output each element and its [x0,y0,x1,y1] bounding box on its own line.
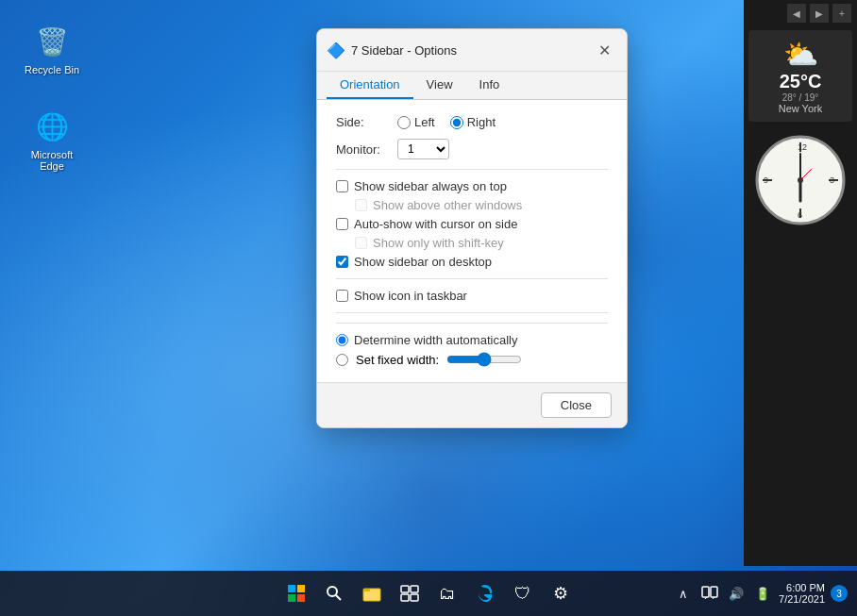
always-on-top-row: Show sidebar always on top [336,179,608,193]
tab-view[interactable]: View [413,72,466,99]
fixed-width-radio[interactable] [336,354,348,366]
options-dialog: 🔷 7 Sidebar - Options ✕ Orientation View… [316,28,628,428]
battery-icon[interactable]: 🔋 [752,583,773,604]
weather-range: 28° / 19° [782,92,819,103]
dialog-content: Side: Left Right Monitor: 1 2 [317,100,627,382]
taskbar-right: ∧ 🔊 🔋 6:00 PM 7/21/2021 3 [673,582,848,605]
sidebar-next-btn[interactable]: ▶ [810,4,829,23]
right-radio[interactable] [450,116,463,129]
svg-rect-25 [702,587,709,597]
time-display: 6:00 PM [779,582,825,593]
svg-line-18 [336,595,341,600]
always-on-top-checkbox[interactable] [336,180,348,192]
show-above-row: Show above other windows [336,198,608,212]
show-desktop-checkbox[interactable] [336,256,348,268]
taskbar: 🗂 🛡 ⚙ ∧ [0,571,857,616]
dual-screen-icon[interactable] [699,583,720,604]
svg-rect-16 [297,594,305,602]
tab-orientation[interactable]: Orientation [327,72,413,99]
svg-text:9: 9 [764,175,768,185]
files-button[interactable]: 🗂 [430,576,464,610]
date-display: 7/21/2021 [779,593,825,605]
weather-temperature: 25°C [780,71,822,92]
left-label: Left [414,115,435,129]
security-button[interactable]: 🛡 [506,576,540,610]
svg-rect-23 [401,594,409,601]
left-option[interactable]: Left [397,115,435,129]
left-radio[interactable] [397,116,411,129]
recycle-bin-label: Recycle Bin [25,64,79,75]
desktop: 🗑️ Recycle Bin 🌐 Microsoft Edge ◀ ▶ + ⛅ … [0,0,857,616]
side-row: Side: Left Right [336,115,608,129]
file-explorer-button[interactable] [355,576,389,610]
show-taskbar-icon-checkbox[interactable] [336,290,348,302]
auto-width-radio[interactable] [336,334,348,346]
monitor-label: Monitor: [336,142,397,157]
svg-rect-15 [288,594,295,602]
weather-widget: ⛅ 25°C 28° / 19° New York [748,30,852,122]
search-button[interactable] [317,576,351,610]
start-button[interactable] [279,576,313,610]
edge-label: Microsoft Edge [23,149,81,172]
right-option[interactable]: Right [450,115,496,129]
svg-text:12: 12 [798,142,807,152]
show-desktop-label: Show sidebar on desktop [354,255,492,269]
auto-show-label: Auto-show with cursor on side [354,217,517,231]
edge-taskbar-button[interactable] [468,576,502,610]
side-label: Side: [336,115,397,129]
weather-icon: ⛅ [783,38,818,71]
svg-point-12 [798,177,803,183]
show-above-label: Show above other windows [373,198,522,212]
clock-widget: 12 3 6 9 [753,133,848,227]
svg-rect-13 [288,585,295,592]
auto-width-row: Determine width automatically [336,333,608,347]
tab-info[interactable]: Info [466,72,513,99]
divider-2 [336,278,608,279]
show-shift-checkbox[interactable] [355,237,367,249]
auto-show-checkbox[interactable] [336,218,348,230]
settings-taskbar-button[interactable]: ⚙ [544,576,578,610]
right-label: Right [467,115,496,129]
sidebar-add-btn[interactable]: + [832,4,851,23]
auto-width-label: Determine width automatically [354,333,517,347]
dialog-titlebar: 🔷 7 Sidebar - Options ✕ [317,29,627,72]
auto-show-row: Auto-show with cursor on side [336,217,608,231]
svg-rect-26 [711,587,717,597]
fixed-width-label: Set fixed width: [356,353,439,367]
sidebar-nav: ◀ ▶ + [744,0,857,26]
monitor-row: Monitor: 1 2 [336,139,608,159]
microsoft-edge-icon[interactable]: 🌐 Microsoft Edge [19,104,85,175]
close-button[interactable]: Close [541,392,612,418]
show-shift-row: Show only with shift-key [336,236,608,250]
taskbar-center: 🗂 🛡 ⚙ [279,576,578,610]
checkbox-section: Show sidebar always on top Show above ot… [336,179,608,269]
show-taskbar-icon-label: Show icon in taskbar [354,289,467,303]
dialog-title-icon: 🔷 [327,42,345,59]
dialog-title: 7 Sidebar - Options [351,43,591,58]
svg-rect-24 [411,594,418,601]
sidebar-prev-btn[interactable]: ◀ [787,4,806,23]
width-slider[interactable] [446,352,522,367]
monitor-select[interactable]: 1 2 [397,139,449,159]
weather-city: New York [779,103,822,114]
svg-point-17 [328,587,337,596]
fixed-width-row: Set fixed width: [336,352,608,367]
recycle-bin-icon[interactable]: 🗑️ Recycle Bin [19,19,85,79]
svg-rect-22 [411,586,418,592]
dialog-tabs: Orientation View Info [317,72,627,100]
volume-icon[interactable]: 🔊 [726,583,747,604]
svg-text:6: 6 [798,210,802,220]
taskbar-time[interactable]: 6:00 PM 7/21/2021 [779,582,825,605]
task-view-button[interactable] [393,576,427,610]
show-hidden-icons[interactable]: ∧ [673,583,694,604]
dialog-close-button[interactable]: ✕ [591,37,617,63]
show-above-checkbox[interactable] [355,199,367,211]
dialog-footer: Close [317,382,627,427]
svg-text:3: 3 [830,175,834,185]
show-taskbar-icon-row: Show icon in taskbar [336,289,608,303]
side-radio-group: Left Right [397,115,496,129]
divider-1 [336,169,608,170]
notification-badge[interactable]: 3 [831,585,848,602]
show-desktop-row: Show sidebar on desktop [336,255,608,269]
always-on-top-label: Show sidebar always on top [354,179,507,193]
